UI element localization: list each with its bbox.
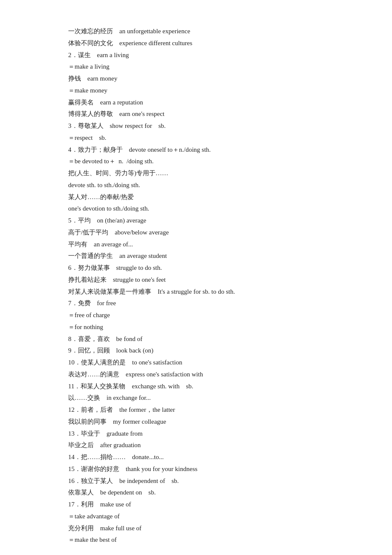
- content-line: one's devotion to sth./doing sth.: [68, 203, 366, 215]
- content-line: 11．和某人交换某物 exchange sth. with sb.: [68, 381, 366, 393]
- content-line: 某人对……的奉献/热爱: [68, 191, 366, 203]
- content-line: 8．喜爱，喜欢 be fond of: [68, 333, 366, 345]
- content-line: 依靠某人 be dependent on sb.: [68, 487, 366, 499]
- content-line: 2．谋生 earn a living: [68, 49, 366, 61]
- content-line: 赢得美名 earn a reputation: [68, 97, 366, 109]
- content-line: 挣钱 earn money: [68, 73, 366, 85]
- content-line: ＝take advantage of: [68, 511, 366, 523]
- content-line: 10．使某人满意的是 to one's satisfaction: [68, 357, 366, 369]
- content-line: 16．独立于某人 be independent of sb.: [68, 475, 366, 487]
- content-line: 表达对……的满意 express one's satisfaction with: [68, 369, 366, 381]
- content-line: 充分利用 make full use of: [68, 523, 366, 535]
- content-line: ＝for nothing: [68, 321, 366, 333]
- content-line: ＝be devoted to＋ n. /doing sth.: [68, 156, 366, 168]
- content-line: devote sth. to sth./doing sth.: [68, 179, 366, 191]
- content-line: ＝make a living: [68, 61, 366, 73]
- content-line: 我以前的同事 my former colleague: [68, 416, 366, 428]
- content-line: 一个普通的学生 an average student: [68, 250, 366, 262]
- content-line: ＝free of charge: [68, 309, 366, 321]
- content-line: ＝make money: [68, 85, 366, 97]
- content-line: 3．尊敬某人 show respect for sb.: [68, 120, 366, 132]
- content-line: 把(人生、时间、劳力等)专用于……: [68, 168, 366, 179]
- content-line: 4．致力于；献身于 devote oneself to＋n./doing sth…: [68, 144, 366, 156]
- content-line: 17．利用 make use of: [68, 499, 366, 511]
- content-line: 毕业之后 after graduation: [68, 439, 366, 451]
- content-line: 高于/低于平均 above/below average: [68, 227, 366, 239]
- content-line: 以……交换 in exchange for...: [68, 392, 366, 404]
- content-line: 平均有 an average of...: [68, 239, 366, 251]
- content-line: 体验不同的文化 experience different cultures: [68, 38, 366, 49]
- content-line: 9．回忆，回顾 look back (on): [68, 345, 366, 357]
- content-line: 7．免费 for free: [68, 298, 366, 309]
- content-line: 13．毕业于 graduate from: [68, 428, 366, 440]
- content-line: 14．把……捐给…… donate...to...: [68, 451, 366, 463]
- content-line: 5．平均 on (the/an) average: [68, 215, 366, 227]
- content-line: 挣扎着站起来 struggle to one's feet: [68, 274, 366, 286]
- content-line: 一次难忘的经历 an unforgettable experience: [68, 26, 366, 38]
- content-line: ＝make the best of: [68, 534, 366, 546]
- content-line: 博得某人的尊敬 earn one's respect: [68, 108, 366, 120]
- content-line: 6．努力做某事 struggle to do sth.: [68, 262, 366, 274]
- content-line: 15．谢谢你的好意 thank you for your kindness: [68, 463, 366, 475]
- content-line: 12．前者，后者 the former，the latter: [68, 404, 366, 416]
- content-area: 一次难忘的经历 an unforgettable experience体验不同的…: [68, 26, 366, 546]
- content-line: 对某人来说做某事是一件难事 It's a struggle for sb. to…: [68, 286, 366, 298]
- content-line: ＝respect sb.: [68, 132, 366, 144]
